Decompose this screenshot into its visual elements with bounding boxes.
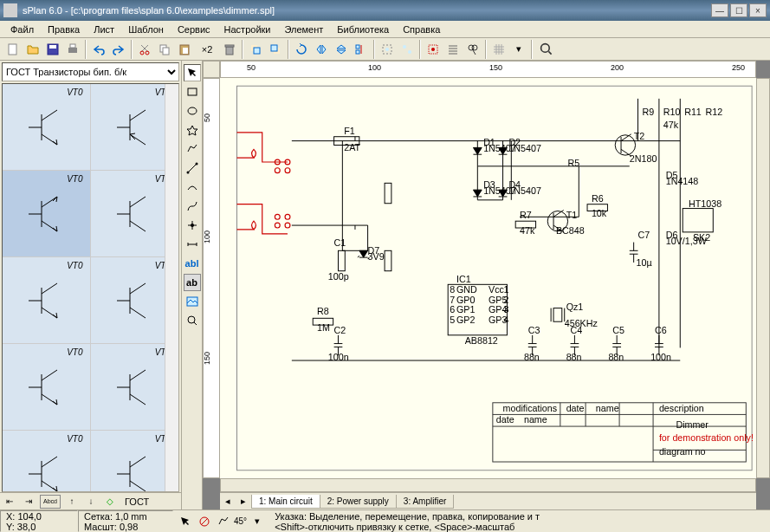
library-combo[interactable]: ГОСТ Транзисторы бип. б/к (2, 62, 179, 81)
svg-text:T2: T2 (634, 131, 645, 141)
tool-poly[interactable] (184, 140, 201, 158)
menu-library[interactable]: Библиотека (330, 23, 396, 36)
svg-text:C1: C1 (334, 237, 346, 248)
menu-file[interactable]: Файл (3, 23, 41, 36)
status-bar: X: 104,0 Y: 38,0 Сетка: 1,0 mm Масшт: 0,… (0, 509, 770, 532)
tool-zoom[interactable] (184, 312, 201, 329)
tab-next-button[interactable]: ▸ (236, 495, 251, 509)
library-scrollbar[interactable] (165, 84, 178, 491)
lib-abcd-button[interactable]: Abcd (40, 495, 61, 509)
tool-curve[interactable] (184, 178, 201, 196)
tool-node[interactable] (184, 217, 201, 234)
library-item[interactable]: VT0 (3, 171, 91, 257)
new-button[interactable] (3, 40, 23, 59)
minimize-button[interactable]: — (711, 3, 728, 17)
tool-image[interactable] (184, 293, 201, 310)
cut-button[interactable] (135, 40, 154, 59)
menu-help[interactable]: Справка (396, 23, 447, 36)
svg-text:R5: R5 (568, 158, 580, 168)
menu-edit[interactable]: Правка (41, 23, 87, 36)
zoom-button[interactable] (535, 40, 558, 59)
svg-rect-54 (553, 308, 562, 322)
align-button[interactable] (352, 40, 371, 59)
svg-point-26 (472, 45, 477, 50)
sheet-tab[interactable]: 3: Amplifier (396, 495, 454, 509)
mirror-h-button[interactable] (312, 40, 331, 59)
tool-rect[interactable] (184, 83, 201, 101)
svg-point-41 (285, 214, 290, 219)
maximize-button[interactable]: ☐ (730, 3, 747, 17)
tool-pointer[interactable] (184, 64, 201, 81)
tool-text[interactable]: abl (184, 255, 201, 272)
back-button[interactable] (266, 40, 285, 59)
tab-prev-button[interactable]: ◂ (220, 495, 236, 509)
group-button[interactable] (378, 40, 397, 59)
snap-button[interactable] (424, 40, 443, 59)
vertical-scrollbar[interactable] (756, 78, 770, 478)
redo-button[interactable] (109, 40, 128, 59)
svg-rect-0 (9, 44, 16, 55)
svg-text:88n: 88n (566, 352, 582, 362)
menu-element[interactable]: Элемент (277, 23, 330, 36)
list-button[interactable] (443, 40, 463, 59)
status-angle-dropdown[interactable]: ▾ (249, 513, 266, 530)
undo-button[interactable] (89, 40, 108, 59)
lib-up-button[interactable]: ↑ (64, 495, 80, 509)
menu-sheet[interactable]: Лист (87, 23, 121, 36)
grid-dropdown[interactable]: ▾ (509, 40, 528, 59)
schematic-canvas[interactable]: F1 2AT D1 1N5407 D2 1N5407 D3 1N5407 D4 … (220, 78, 756, 478)
status-wire-icon[interactable] (215, 513, 232, 530)
svg-point-24 (431, 48, 435, 51)
library-item[interactable]: VT0 (3, 344, 91, 431)
svg-rect-10 (183, 48, 188, 54)
lib-right-button[interactable]: ⇥ (21, 495, 36, 509)
open-button[interactable] (23, 40, 42, 59)
svg-text:GND: GND (456, 284, 477, 295)
status-nodraw-icon[interactable] (196, 513, 213, 530)
paste-button[interactable] (175, 40, 194, 59)
svg-text:R12: R12 (706, 107, 723, 117)
save-button[interactable] (43, 40, 62, 59)
tool-bezier[interactable] (184, 198, 201, 215)
library-item[interactable]: VT0 (3, 84, 91, 171)
menu-settings[interactable]: Настройки (217, 23, 278, 36)
status-angle-label[interactable]: 45° (234, 513, 247, 530)
svg-text:100n: 100n (650, 352, 671, 362)
tool-line[interactable] (184, 159, 201, 177)
print-button[interactable] (63, 40, 82, 59)
library-item[interactable]: VT0 (3, 431, 91, 492)
copy-button[interactable] (155, 40, 174, 59)
tool-dimension[interactable] (184, 236, 201, 253)
svg-rect-50 (338, 250, 345, 270)
tool-special[interactable] (184, 121, 201, 139)
tool-circle[interactable] (184, 102, 201, 120)
sheet-tabs: ◂ ▸ 1: Main circuit 2: Power supply 3: A… (220, 492, 756, 509)
mirror-v-button[interactable] (332, 40, 351, 59)
canvas-viewport[interactable]: F1 2AT D1 1N5407 D2 1N5407 D3 1N5407 D4 … (220, 78, 756, 478)
tool-label[interactable]: ab (184, 274, 201, 291)
svg-text:GP1: GP1 (456, 304, 475, 315)
library-item[interactable]: VT0 (3, 257, 91, 344)
sheet-tab[interactable]: 2: Power supply (320, 495, 397, 509)
menu-service[interactable]: Сервис (171, 23, 217, 36)
menu-template[interactable]: Шаблон (121, 23, 171, 36)
rotate-button[interactable] (292, 40, 311, 59)
svg-text:10k: 10k (592, 208, 607, 218)
delete-button[interactable] (220, 40, 239, 59)
svg-point-32 (191, 224, 194, 227)
close-button[interactable]: × (749, 3, 767, 17)
lib-name-label: ГОСТ (125, 496, 149, 507)
status-pointer-icon[interactable] (177, 513, 194, 530)
duplicate-button[interactable]: ×2 (195, 40, 219, 59)
front-button[interactable] (246, 40, 265, 59)
lib-left-button[interactable]: ⇤ (2, 495, 17, 509)
ungroup-button[interactable] (398, 40, 417, 59)
lib-down-button[interactable]: ↓ (83, 495, 99, 509)
search-button[interactable] (463, 40, 482, 59)
svg-rect-2 (49, 45, 56, 49)
svg-text:456KHz: 456KHz (565, 318, 598, 328)
sheet-tab[interactable]: 1: Main circuit (251, 495, 320, 509)
horizontal-scrollbar[interactable] (220, 478, 756, 492)
grid-button[interactable] (489, 40, 508, 59)
title-bar: sPlan 6.0 - [c:\program files\splan 6.0\… (0, 0, 770, 21)
